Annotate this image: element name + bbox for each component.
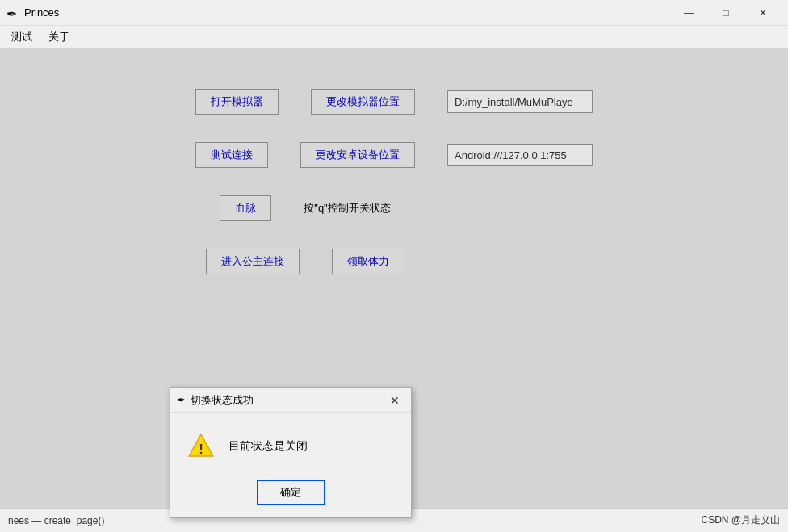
dialog-close-button[interactable]: ✕ [385, 391, 404, 410]
svg-text:!: ! [199, 442, 203, 457]
dialog-ok-button[interactable]: 确定 [257, 480, 325, 505]
title-bar: ✒ Princes — □ ✕ [0, 0, 788, 26]
minimize-button[interactable]: — [670, 0, 707, 26]
dialog-message: 目前状态是关闭 [228, 439, 308, 454]
main-content: 打开模拟器 更改模拟器位置 测试连接 更改安卓设备位置 血脉 按"q"控制开关状… [0, 48, 788, 508]
menu-item-test[interactable]: 测试 [3, 27, 40, 48]
dialog-title-text: 切换状态成功 [191, 393, 385, 408]
status-left: nees — create_page() [8, 515, 104, 526]
dialog-body: ! 目前状态是关闭 [170, 413, 411, 474]
dialog-titlebar: ✒ 切换状态成功 ✕ [170, 388, 411, 413]
dialog-box: ✒ 切换状态成功 ✕ ! 目前状态是关闭 确定 [170, 387, 412, 518]
dialog-footer: 确定 [170, 474, 411, 517]
close-button[interactable]: ✕ [744, 0, 782, 26]
window-controls: — □ ✕ [670, 0, 782, 26]
maximize-button[interactable]: □ [707, 0, 744, 26]
menu-item-about[interactable]: 关于 [40, 27, 78, 48]
status-right: CSDN @月走义山 [701, 513, 780, 527]
dialog-title-icon: ✒ [177, 394, 186, 406]
app-icon: ✒ [6, 6, 19, 19]
window-title: Princes [24, 6, 670, 19]
menu-bar: 测试 关于 [0, 26, 788, 48]
warning-icon: ! [187, 432, 216, 461]
